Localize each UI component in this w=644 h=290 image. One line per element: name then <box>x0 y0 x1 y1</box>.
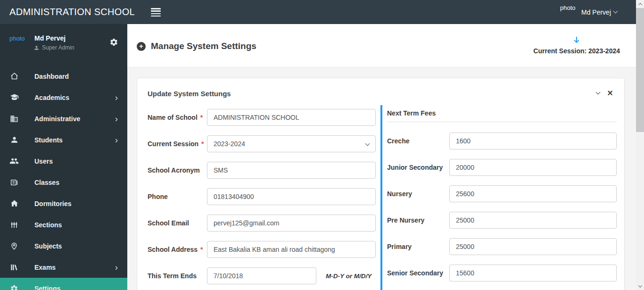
chevron-up-icon <box>638 3 642 7</box>
fee-field-row: Primary <box>387 238 617 255</box>
top-navbar: ADMINISTRATION SCHOOL photo Md Pervej <box>0 0 644 24</box>
field-label: Name of School * <box>148 114 207 121</box>
download-arrow-icon <box>572 35 581 45</box>
fee-nursery-input[interactable] <box>449 185 617 202</box>
sidebar-item-users[interactable]: Users <box>0 150 127 172</box>
collapse-chevron-icon[interactable] <box>596 90 601 94</box>
fee-pre-nursery-input[interactable] <box>449 212 617 229</box>
required-asterisk: * <box>201 140 204 148</box>
person-icon <box>33 45 40 51</box>
plus-circle-icon: + <box>137 42 146 51</box>
gear-icon <box>9 284 19 290</box>
map-pin-icon <box>9 242 19 250</box>
page-title: Manage System Settings <box>151 41 256 51</box>
fee-label: Pre Nursery <box>387 216 449 224</box>
fee-field-row: Creche <box>387 133 617 149</box>
fees-form: CrecheJunior SecondaryNurseryPre Nursery… <box>387 122 617 282</box>
name-of-school-input[interactable] <box>207 109 376 126</box>
required-asterisk: * <box>200 114 203 121</box>
class-card-icon <box>9 178 19 187</box>
sidebar-user-panel: photo Md Pervej Super Admin <box>0 24 127 66</box>
books-icon <box>9 263 19 272</box>
sidebar-item-label: Exams <box>34 264 56 271</box>
sidebar-item-students[interactable]: Students› <box>0 129 127 150</box>
topbar-user-photo-label: photo <box>560 4 576 11</box>
sidebar-item-label: Students <box>34 136 63 144</box>
field-label: Current Session * <box>148 140 207 148</box>
settings-card: Update System Settungs × Name of School … <box>137 78 625 290</box>
sidebar-item-label: Settings <box>34 285 60 290</box>
scroll-down-button[interactable] <box>636 282 644 290</box>
building-icon <box>9 115 19 123</box>
school-address-input[interactable] <box>207 241 376 258</box>
field-label: Phone <box>148 193 207 200</box>
chevron-down-icon <box>638 283 642 287</box>
form-field-row: School Address * <box>148 241 376 258</box>
chevron-right-icon: › <box>115 135 118 144</box>
sidebar-item-label: Dashboard <box>34 73 69 80</box>
next-term-fees-section: Next Term Fees CrecheJunior SecondaryNur… <box>387 105 617 290</box>
current-session-select[interactable]: 2023-2024 <box>207 135 376 152</box>
gear-icon[interactable] <box>109 38 118 49</box>
graduation-cap-icon <box>9 93 19 102</box>
fee-label: Senior Secondary <box>387 269 449 277</box>
column-divider <box>380 105 382 290</box>
fee-senior-secondary-input[interactable] <box>449 265 617 282</box>
field-label: School Email <box>148 219 207 227</box>
this-term-ends-input[interactable] <box>207 267 316 284</box>
app-title: ADMINISTRATION SCHOOL <box>9 0 135 24</box>
form-field-row: School Acronym <box>148 162 376 179</box>
chevron-right-icon: › <box>115 93 118 102</box>
sidebar-item-settings[interactable]: Settings <box>0 278 127 290</box>
phone-input[interactable] <box>207 188 376 205</box>
fee-field-row: Pre Nursery <box>387 212 617 229</box>
fee-primary-input[interactable] <box>449 238 617 255</box>
sidebar-item-label: Dormitories <box>34 200 72 207</box>
form-field-row: Current Session *2023-2024 <box>148 135 376 152</box>
vertical-scrollbar[interactable] <box>636 0 644 290</box>
sidebar-user-role-label: Super Admin <box>42 44 74 51</box>
fee-field-row: Junior Secondary <box>387 159 617 176</box>
close-icon[interactable]: × <box>607 90 613 96</box>
sidebar-item-dormitories[interactable]: Dormitories <box>0 193 127 214</box>
fee-field-row: Nursery <box>387 185 617 202</box>
sidebar-item-sections[interactable]: Sections <box>0 214 127 235</box>
sidebar-item-administrative[interactable]: Administrative› <box>0 108 127 129</box>
sidebar-item-label: Administrative <box>34 115 80 123</box>
sidebar-item-subjects[interactable]: Subjects <box>0 235 127 257</box>
sidebar-item-dashboard[interactable]: Dashboard <box>0 66 127 87</box>
chevron-down-icon[interactable] <box>613 9 618 14</box>
scrollbar-thumb[interactable] <box>636 8 644 132</box>
sidebar-item-classes[interactable]: Classes <box>0 172 127 193</box>
select-wrapper: 2023-2024 <box>207 135 376 152</box>
fee-field-row: Senior Secondary <box>387 265 617 282</box>
hamburger-menu-icon[interactable] <box>151 8 161 18</box>
sidebar: photo Md Pervej Super Admin DashboardAca… <box>0 24 127 290</box>
house-icon <box>9 199 19 208</box>
sidebar-item-label: Users <box>34 157 53 165</box>
fee-creche-input[interactable] <box>449 133 617 149</box>
school-acronym-input[interactable] <box>207 162 376 179</box>
chevron-right-icon: › <box>115 263 118 272</box>
scroll-up-button[interactable] <box>636 0 644 8</box>
main-content: + Manage System Settings Current Session… <box>127 24 636 290</box>
date-format-hint: M-D-Y or M/D/Y <box>326 273 372 280</box>
sidebar-item-exams[interactable]: Exams› <box>0 257 127 278</box>
form-field-row: Name of School * <box>148 109 376 126</box>
sidebar-item-label: Classes <box>34 179 59 186</box>
topbar-user-menu[interactable]: Md Pervej <box>581 8 611 16</box>
field-label: This Term Ends <box>148 272 207 280</box>
card-title: Update System Settungs <box>148 90 231 98</box>
users-group-icon <box>9 156 19 166</box>
fee-junior-secondary-input[interactable] <box>449 159 617 176</box>
sidebar-item-label: Academics <box>34 94 69 101</box>
sidebar-item-label: Subjects <box>34 242 62 250</box>
sidebar-item-academics[interactable]: Academics› <box>0 87 127 108</box>
sidebar-user-photo-link[interactable]: photo <box>9 35 25 42</box>
current-session-label: Current Session: 2023-2024 <box>533 47 620 55</box>
school-email-input[interactable] <box>207 215 376 232</box>
school-settings-form: Name of School *Current Session *2023-20… <box>148 105 376 290</box>
sidebar-item-label: Sections <box>34 221 62 229</box>
fees-section-title: Next Term Fees <box>387 105 617 117</box>
sidebar-user-role: Super Admin <box>33 44 74 51</box>
